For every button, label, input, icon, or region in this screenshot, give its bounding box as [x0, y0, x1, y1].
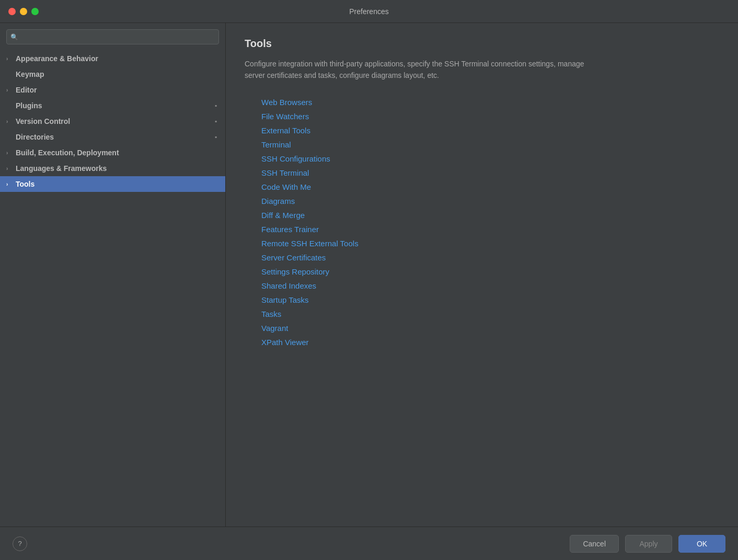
tool-link-startup-tasks[interactable]: Startup Tasks	[261, 294, 719, 306]
directories-badge: ▪	[215, 133, 217, 141]
sidebar-item-label: Directories	[16, 133, 54, 141]
search-input[interactable]	[6, 29, 219, 44]
tool-link-diagrams[interactable]: Diagrams	[261, 195, 719, 207]
content-description: Configure integration with third-party a…	[245, 58, 600, 82]
apply-button[interactable]: Apply	[625, 535, 672, 553]
version-control-badge: ▪	[215, 118, 217, 125]
chevron-icon: ›	[6, 119, 13, 124]
tool-link-code-with-me[interactable]: Code With Me	[261, 181, 719, 193]
traffic-lights	[8, 8, 39, 15]
window-title: Preferences	[349, 7, 388, 16]
chevron-icon: ›	[6, 150, 13, 156]
tool-link-server-certificates[interactable]: Server Certificates	[261, 252, 719, 264]
tool-link-settings-repository[interactable]: Settings Repository	[261, 266, 719, 278]
sidebar-item-plugins[interactable]: Plugins ▪	[0, 98, 225, 113]
sidebar-item-editor[interactable]: › Editor	[0, 82, 225, 98]
search-container: 🔍	[0, 23, 225, 49]
sidebar-item-label: Keymap	[16, 70, 44, 78]
sidebar-item-label: Editor	[16, 86, 37, 94]
tool-link-remote-ssh[interactable]: Remote SSH External Tools	[261, 237, 719, 249]
sidebar-item-languages[interactable]: › Languages & Frameworks	[0, 161, 225, 176]
sidebar-item-version-control[interactable]: › Version Control ▪	[0, 113, 225, 129]
tool-link-tasks[interactable]: Tasks	[261, 308, 719, 320]
close-button[interactable]	[8, 8, 16, 15]
plugins-badge: ▪	[215, 102, 217, 109]
sidebar-item-directories[interactable]: Directories ▪	[0, 129, 225, 145]
tools-list: Web Browsers File Watchers External Tool…	[261, 96, 719, 348]
sidebar-item-tools[interactable]: › Tools	[0, 176, 225, 192]
chevron-icon: ›	[6, 166, 13, 172]
help-icon: ?	[18, 540, 21, 547]
tool-link-ssh-configurations[interactable]: SSH Configurations	[261, 153, 719, 165]
search-icon: 🔍	[10, 33, 18, 41]
tool-link-vagrant[interactable]: Vagrant	[261, 322, 719, 334]
tool-link-file-watchers[interactable]: File Watchers	[261, 110, 719, 122]
tool-link-ssh-terminal[interactable]: SSH Terminal	[261, 167, 719, 179]
sidebar-item-build[interactable]: › Build, Execution, Deployment	[0, 145, 225, 161]
title-bar: Preferences	[0, 0, 738, 23]
sidebar-item-label: Build, Execution, Deployment	[16, 148, 119, 157]
tool-link-web-browsers[interactable]: Web Browsers	[261, 96, 719, 108]
sidebar-item-appearance[interactable]: › Appearance & Behavior	[0, 51, 225, 66]
footer: ? Cancel Apply OK	[0, 527, 738, 560]
tool-link-terminal[interactable]: Terminal	[261, 139, 719, 151]
ok-button[interactable]: OK	[678, 535, 725, 553]
minimize-button[interactable]	[20, 8, 27, 15]
sidebar-item-label: Languages & Frameworks	[16, 164, 107, 173]
sidebar: 🔍 › Appearance & Behavior Keymap › Edito…	[0, 23, 226, 527]
tool-link-shared-indexes[interactable]: Shared Indexes	[261, 280, 719, 292]
nav-list: › Appearance & Behavior Keymap › Editor …	[0, 49, 225, 527]
main-container: 🔍 › Appearance & Behavior Keymap › Edito…	[0, 23, 738, 527]
sidebar-item-label: Appearance & Behavior	[16, 54, 98, 63]
tool-link-diff-merge[interactable]: Diff & Merge	[261, 209, 719, 221]
content-title: Tools	[245, 38, 719, 50]
chevron-icon: ›	[6, 181, 13, 187]
chevron-icon: ›	[6, 56, 13, 62]
content-area: Tools Configure integration with third-p…	[226, 23, 738, 527]
help-button[interactable]: ?	[13, 536, 27, 551]
sidebar-item-keymap[interactable]: Keymap	[0, 66, 225, 82]
sidebar-item-label: Tools	[16, 180, 34, 188]
maximize-button[interactable]	[31, 8, 39, 15]
sidebar-item-label: Version Control	[16, 117, 70, 125]
tool-link-external-tools[interactable]: External Tools	[261, 124, 719, 136]
chevron-icon: ›	[6, 87, 13, 93]
tool-link-xpath-viewer[interactable]: XPath Viewer	[261, 336, 719, 348]
search-wrapper: 🔍	[6, 29, 219, 44]
tool-link-features-trainer[interactable]: Features Trainer	[261, 223, 719, 235]
cancel-button[interactable]: Cancel	[570, 535, 619, 553]
sidebar-item-label: Plugins	[16, 101, 42, 110]
